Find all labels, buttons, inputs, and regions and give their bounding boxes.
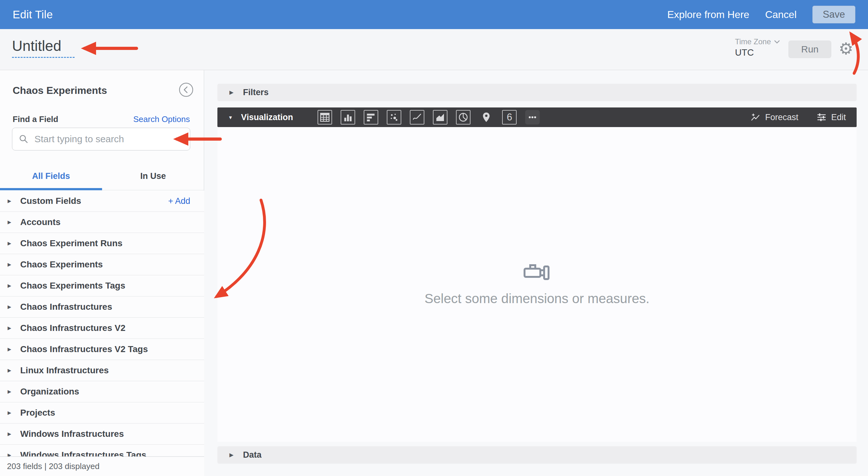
flashlight-icon: [523, 263, 551, 282]
field-group-custom-fields[interactable]: ▶ Custom Fields + Add: [0, 190, 204, 212]
field-group-row[interactable]: ▶ Chaos Experiments: [0, 254, 204, 275]
collapse-sidebar-button[interactable]: [179, 82, 194, 97]
field-group-row[interactable]: ▶ Accounts: [0, 212, 204, 233]
caret-down-icon[interactable]: ▼: [228, 115, 233, 120]
chart-type-picker: 6: [317, 110, 540, 124]
save-button[interactable]: Save: [812, 6, 855, 23]
field-tabs: All Fields In Use: [0, 162, 204, 190]
field-group-row[interactable]: ▶ Organizations: [0, 381, 204, 403]
visualization-section-label: Visualization: [241, 113, 293, 122]
search-input[interactable]: [34, 134, 184, 144]
bar-chart-icon[interactable]: [341, 110, 355, 124]
filters-section-header[interactable]: ▶ Filters: [217, 84, 857, 101]
search-icon: [19, 134, 29, 144]
map-pin-icon[interactable]: [479, 110, 494, 124]
area-chart-icon[interactable]: [433, 110, 447, 124]
visualization-canvas: Select some dimensions or measures.: [217, 127, 857, 442]
search-options-link[interactable]: Search Options: [133, 114, 190, 124]
line-chart-icon[interactable]: [410, 110, 424, 124]
active-tab-underline: [0, 188, 102, 190]
field-group-row[interactable]: ▶ Windows Infrastructures: [0, 423, 204, 445]
field-group-row[interactable]: ▶ Chaos Infrastructures: [0, 296, 204, 318]
dialog-title: Edit Tile: [13, 8, 53, 21]
caret-right-icon: ▶: [229, 89, 234, 96]
field-group-row[interactable]: ▶ Projects: [0, 403, 204, 423]
field-group-row[interactable]: ▶ Chaos Experiment Runs: [0, 233, 204, 254]
field-count-status: 203 fields | 203 displayed: [0, 456, 204, 476]
sliders-icon: [816, 112, 827, 122]
field-picker-sidebar: Chaos Experiments Find a Field Search Op…: [0, 70, 204, 476]
field-group-row[interactable]: ▶ Linux Infrastructures: [0, 360, 204, 381]
edit-visualization-button[interactable]: Edit: [816, 112, 846, 122]
timezone-label: Time Zone: [735, 37, 771, 46]
explore-title: Chaos Experiments: [13, 85, 107, 96]
caret-right-icon: ▶: [8, 431, 11, 437]
caret-right-icon: ▶: [8, 283, 11, 289]
tab-all-fields[interactable]: All Fields: [0, 162, 102, 190]
gear-icon[interactable]: ⚙: [839, 39, 854, 58]
single-value-icon[interactable]: 6: [502, 110, 517, 124]
explore-header: Untitled Time Zone UTC Run ⚙: [0, 29, 868, 70]
visualization-toolbar: ▼ Visualization: [217, 108, 857, 127]
add-custom-field-button[interactable]: + Add: [168, 196, 190, 206]
data-section-header[interactable]: ▶ Data: [217, 446, 857, 464]
run-button[interactable]: Run: [788, 40, 831, 58]
tile-name-input[interactable]: Untitled: [12, 37, 74, 58]
pie-chart-icon[interactable]: [456, 110, 470, 124]
more-icon[interactable]: [525, 110, 540, 124]
caret-right-icon: ▶: [8, 367, 11, 373]
caret-right-icon: ▶: [8, 389, 11, 394]
caret-right-icon: ▶: [8, 304, 11, 310]
caret-right-icon: ▶: [8, 347, 11, 352]
field-group-row[interactable]: ▶ Chaos Experiments Tags: [0, 275, 204, 296]
caret-right-icon: ▶: [8, 262, 11, 267]
edit-tile-header-bar: Edit Tile Explore from Here Cancel Save: [0, 0, 868, 29]
explore-from-here-button[interactable]: Explore from Here: [668, 9, 749, 21]
chevron-left-circle-icon: [179, 82, 194, 97]
field-group-row[interactable]: ▶ Chaos Infrastructures V2: [0, 318, 204, 339]
chevron-down-icon: [774, 40, 780, 43]
timezone-value: UTC: [735, 48, 780, 58]
caret-right-icon: ▶: [8, 410, 11, 416]
table-icon[interactable]: [317, 110, 332, 124]
forecast-button[interactable]: Forecast: [750, 112, 798, 122]
find-a-field-label: Find a Field: [13, 114, 58, 124]
timezone-selector[interactable]: Time Zone UTC: [735, 37, 780, 58]
scatter-plot-icon[interactable]: [387, 110, 401, 124]
field-group-row[interactable]: ▶ Chaos Infrastructures V2 Tags: [0, 339, 204, 360]
explore-main-area: ▶ Filters ▼ Visualization: [204, 70, 868, 476]
tab-in-use[interactable]: In Use: [102, 162, 204, 190]
field-search-box[interactable]: [12, 128, 190, 150]
caret-right-icon: ▶: [229, 452, 234, 458]
field-group-list: ▶ Custom Fields + Add ▶ Accounts ▶ Chaos…: [0, 190, 204, 466]
caret-right-icon: ▶: [8, 325, 11, 331]
caret-right-icon: ▶: [8, 241, 11, 246]
forecast-sparkle-icon: [750, 112, 761, 122]
horizontal-bar-chart-icon[interactable]: [364, 110, 378, 124]
empty-state-message: Select some dimensions or measures.: [425, 291, 650, 306]
caret-right-icon: ▶: [8, 198, 11, 204]
cancel-button[interactable]: Cancel: [765, 9, 797, 21]
caret-right-icon: ▶: [8, 219, 11, 225]
